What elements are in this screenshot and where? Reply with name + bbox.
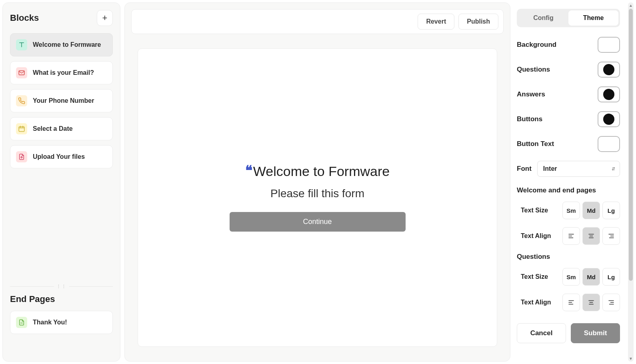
- color-swatch[interactable]: [598, 136, 620, 152]
- block-item[interactable]: Select a Date: [10, 117, 113, 140]
- tab-theme[interactable]: Theme: [568, 10, 618, 26]
- endpages-title: End Pages: [10, 294, 113, 304]
- swatch-circle: [603, 64, 614, 75]
- document-icon: [16, 317, 27, 328]
- welcome-subtitle: Please fill this form: [230, 187, 406, 200]
- color-row: Questions: [517, 62, 620, 78]
- align-center-icon[interactable]: [582, 227, 600, 245]
- block-item-label: Select a Date: [33, 125, 73, 132]
- align-center-icon[interactable]: [582, 294, 600, 311]
- align-left-icon[interactable]: [562, 294, 580, 311]
- text-size-option[interactable]: Sm: [562, 202, 580, 219]
- block-item[interactable]: Welcome to Formware: [10, 33, 113, 56]
- plus-icon: +: [102, 13, 108, 23]
- inspector-panel: Config Theme BackgroundQuestionsAnswersB…: [514, 2, 624, 362]
- text-size-row: Text SizeSmMdLg: [517, 202, 620, 219]
- text-size-option[interactable]: Md: [582, 202, 600, 219]
- blocks-title: Blocks: [10, 13, 39, 23]
- scrollbar[interactable]: ▲ ▼: [628, 2, 634, 362]
- block-item-label: Upload Your files: [33, 153, 85, 160]
- swatch-circle: [603, 138, 614, 150]
- color-swatch[interactable]: [598, 62, 620, 78]
- block-item[interactable]: Upload Your files: [10, 145, 113, 168]
- grip-icon: ⋮⋮: [54, 284, 69, 289]
- publish-button[interactable]: Publish: [458, 14, 498, 30]
- align-left-icon[interactable]: [562, 227, 580, 245]
- preview-toolbar: Revert Publish: [131, 9, 504, 34]
- font-select[interactable]: Inter: [537, 161, 620, 177]
- block-item-label: Your Phone Number: [33, 97, 94, 104]
- preview-panel: Revert Publish ❝ Welcome to Formware Ple…: [124, 2, 510, 362]
- svg-rect-1: [19, 127, 24, 132]
- color-swatch[interactable]: [598, 37, 620, 53]
- text-align-row: Text Align: [517, 294, 620, 311]
- text-size-label: Text Size: [521, 273, 548, 280]
- upload-icon: [16, 151, 27, 162]
- color-swatch[interactable]: [598, 86, 620, 102]
- add-block-button[interactable]: +: [97, 10, 113, 26]
- tab-config[interactable]: Config: [518, 10, 568, 26]
- block-list: Welcome to FormwareWhat is your Email?Yo…: [10, 33, 113, 168]
- swatch-circle: [603, 89, 614, 100]
- endpages-list: Thank You!: [10, 311, 113, 334]
- text-size-option[interactable]: Sm: [562, 268, 580, 286]
- color-row: Buttons: [517, 111, 620, 127]
- revert-button[interactable]: Revert: [418, 14, 454, 30]
- block-item[interactable]: Your Phone Number: [10, 89, 113, 112]
- section-title: Welcome and end pages: [517, 186, 620, 194]
- text-align-row: Text Align: [517, 227, 620, 245]
- align-right-icon[interactable]: [602, 294, 620, 311]
- endpage-item-label: Thank You!: [33, 319, 67, 326]
- preview-canvas: ❝ Welcome to Formware Please fill this f…: [138, 48, 497, 347]
- text-align-label: Text Align: [521, 299, 551, 306]
- scroll-up-icon[interactable]: ▲: [628, 2, 634, 8]
- block-item-label: Welcome to Formware: [33, 41, 101, 48]
- color-row: Answers: [517, 86, 620, 102]
- text-size-label: Text Size: [521, 207, 548, 214]
- welcome-title: Welcome to Formware: [253, 164, 390, 179]
- text-size-option[interactable]: Lg: [602, 202, 620, 219]
- blocks-panel: Blocks + Welcome to FormwareWhat is your…: [2, 2, 120, 362]
- color-row: Button Text: [517, 136, 620, 152]
- mail-icon: [16, 67, 27, 78]
- align-right-icon[interactable]: [602, 227, 620, 245]
- section-title: Questions: [517, 253, 620, 261]
- phone-icon: [16, 95, 27, 106]
- text-size-option[interactable]: Md: [582, 268, 600, 286]
- scroll-down-icon[interactable]: ▼: [628, 356, 634, 362]
- color-label: Answers: [517, 90, 545, 98]
- block-item[interactable]: What is your Email?: [10, 61, 113, 84]
- swatch-circle: [603, 114, 614, 125]
- submit-button[interactable]: Submit: [571, 323, 620, 343]
- color-label: Questions: [517, 66, 550, 74]
- color-label: Buttons: [517, 115, 542, 123]
- color-label: Button Text: [517, 140, 554, 148]
- color-label: Background: [517, 41, 556, 49]
- scroll-thumb[interactable]: [629, 9, 633, 281]
- font-label: Font: [517, 165, 532, 173]
- text-align-label: Text Align: [521, 232, 551, 240]
- block-item-label: What is your Email?: [33, 69, 94, 76]
- calendar-icon: [16, 123, 27, 134]
- color-swatch[interactable]: [598, 111, 620, 127]
- text-size-option[interactable]: Lg: [602, 268, 620, 286]
- cancel-button[interactable]: Cancel: [517, 323, 566, 343]
- text-icon: [16, 39, 27, 50]
- swatch-circle: [603, 39, 614, 50]
- color-row: Background: [517, 37, 620, 53]
- endpage-item[interactable]: Thank You!: [10, 311, 113, 334]
- text-size-row: Text SizeSmMdLg: [517, 268, 620, 286]
- panel-divider[interactable]: ⋮⋮: [10, 286, 113, 287]
- quote-icon: ❝: [245, 164, 252, 177]
- continue-button[interactable]: Continue: [230, 212, 406, 232]
- inspector-tabs: Config Theme: [517, 9, 620, 27]
